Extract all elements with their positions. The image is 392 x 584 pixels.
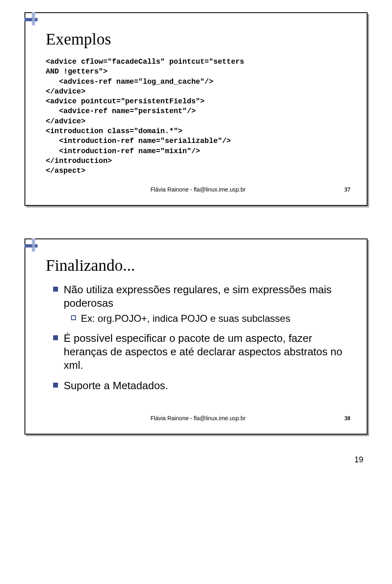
code-block: <advice cflow="facadeCalls" pointcut="se… bbox=[46, 57, 350, 176]
page-container: Exemplos <advice cflow="facadeCalls" poi… bbox=[0, 0, 392, 473]
bullet-text: É possível especificar o pacote de um as… bbox=[64, 332, 350, 372]
document-page-number: 19 bbox=[24, 455, 368, 464]
slide-finalizando: Finalizando... Não utiliza expressões re… bbox=[24, 239, 368, 435]
bullet-outline-square-icon bbox=[71, 315, 76, 320]
bullet-level1: É possível especificar o pacote de um as… bbox=[53, 332, 350, 372]
bullet-square-icon bbox=[53, 335, 58, 340]
bullet-level2: Ex: org.POJO+, indica POJO e suas subcla… bbox=[71, 312, 350, 325]
footer-page-number: 37 bbox=[344, 186, 350, 193]
slide-footer: Flávia Rainone - fla@linux.ime.usp.br 38 bbox=[46, 415, 350, 421]
bullet-text: Ex: org.POJO+, indica POJO e suas subcla… bbox=[81, 312, 290, 325]
footer-author: Flávia Rainone - fla@linux.ime.usp.br bbox=[151, 415, 246, 421]
slide-title: Exemplos bbox=[46, 29, 350, 49]
bullet-list: Não utiliza expressões regulares, e sim … bbox=[46, 283, 350, 392]
footer-author: Flávia Rainone - fla@linux.ime.usp.br bbox=[151, 186, 246, 193]
bullet-text: Não utiliza expressões regulares, e sim … bbox=[64, 283, 350, 310]
bullet-square-icon bbox=[53, 383, 58, 388]
bullet-square-icon bbox=[53, 287, 58, 292]
bullet-level1: Suporte a Metadados. bbox=[53, 379, 350, 392]
bullet-level1: Não utiliza expressões regulares, e sim … bbox=[53, 283, 350, 310]
slide-footer: Flávia Rainone - fla@linux.ime.usp.br 37 bbox=[46, 186, 350, 193]
slide-exemplos: Exemplos <advice cflow="facadeCalls" poi… bbox=[24, 12, 368, 206]
footer-page-number: 38 bbox=[344, 415, 350, 422]
bullet-text: Suporte a Metadados. bbox=[64, 379, 168, 392]
slide-title: Finalizando... bbox=[46, 256, 350, 275]
